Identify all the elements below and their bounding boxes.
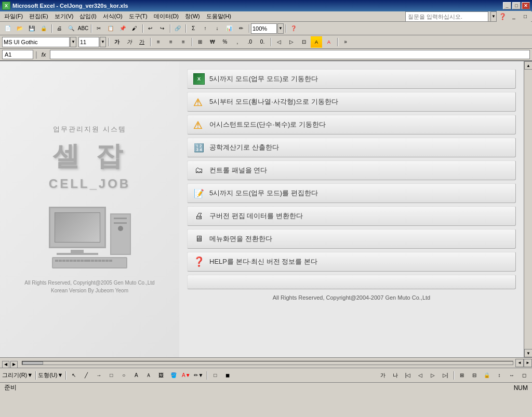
menu-btn-2[interactable]: 5시부터 모드(횡나열·사각형)으로 기동한다 — [187, 92, 516, 112]
draw-extra10[interactable]: ↕ — [494, 370, 505, 381]
font-size-dropdown[interactable]: ▼ — [100, 37, 106, 47]
zoom-dropdown[interactable]: ▼ — [277, 23, 284, 34]
draw-extra12[interactable]: ◻ — [518, 370, 530, 381]
draw-extra8[interactable]: ⊟ — [469, 370, 480, 381]
cut-btn[interactable]: ✂ — [93, 23, 104, 34]
menu-insert[interactable]: 삽입(I) — [76, 12, 99, 21]
menu-btn-5[interactable]: 🗂 컨트롤 패널을 연다 — [187, 160, 516, 180]
menu-help[interactable]: 도움말(H) — [203, 12, 234, 21]
font-color-btn[interactable]: A — [323, 36, 335, 48]
print-preview-btn[interactable]: 🔍 — [65, 23, 77, 34]
help-search-input[interactable] — [405, 11, 488, 22]
maximize-button[interactable]: □ — [512, 2, 521, 9]
draw-wordart-btn[interactable]: Ａ — [143, 370, 154, 381]
draw-extra11[interactable]: ↔ — [506, 370, 517, 381]
decrease-decimal-btn[interactable]: 0. — [257, 36, 268, 48]
draw-rect-btn[interactable]: □ — [105, 370, 117, 381]
menu-btn-1[interactable]: X 5시까지 모드(업무 모드)로 기동한다 — [187, 69, 516, 89]
currency-btn[interactable]: ₩ — [207, 36, 218, 48]
italic-btn[interactable]: 가 — [124, 36, 135, 48]
menu-btn-6[interactable]: 📝 5시까지 모드(업무 모드)를 편집한다 — [187, 183, 516, 203]
help-icon-btn[interactable]: ❓ — [497, 11, 508, 22]
font-name-input[interactable] — [2, 37, 70, 47]
draw-fill-btn[interactable]: 🪣 — [168, 370, 179, 381]
window-controls[interactable]: _ □ ✕ — [503, 2, 530, 9]
draw-text-btn[interactable]: A — [130, 370, 142, 381]
undo-btn[interactable]: ↩ — [144, 23, 156, 34]
draw-extra5[interactable]: ▷ — [427, 370, 438, 381]
underline-btn[interactable]: 가 — [136, 36, 148, 48]
more-btn[interactable]: » — [340, 36, 351, 48]
sheet-scroll-left[interactable]: ◀ — [2, 361, 9, 368]
increase-indent-btn[interactable]: ▷ — [286, 36, 297, 48]
menu-edit[interactable]: 편집(E) — [26, 12, 51, 21]
comma-btn[interactable]: , — [232, 36, 243, 48]
draw-select-btn[interactable]: ↖ — [68, 370, 79, 381]
scrollbar-thumb[interactable] — [22, 361, 43, 365]
menu-tools[interactable]: 도구(T) — [126, 12, 151, 21]
scroll-down-btn[interactable]: ▼ — [524, 349, 532, 357]
align-left-btn[interactable]: ≡ — [153, 36, 164, 48]
paste-btn[interactable]: 📌 — [117, 23, 128, 34]
toolbar-minimize[interactable]: _ — [508, 11, 520, 22]
font-name-dropdown[interactable]: ▼ — [70, 37, 76, 47]
formula-input[interactable] — [50, 50, 530, 59]
draw-extra7[interactable]: ⊞ — [456, 370, 468, 381]
merge-btn[interactable]: ⊞ — [194, 36, 206, 48]
fill-color-btn[interactable]: A — [311, 36, 322, 48]
draw-extra6[interactable]: ▷| — [440, 370, 451, 381]
sheet-scroll-right[interactable]: ▶ — [10, 361, 18, 368]
sort-asc-btn[interactable]: ↑ — [200, 23, 211, 34]
align-right-btn[interactable]: ≡ — [178, 36, 189, 48]
decrease-indent-btn[interactable]: ◁ — [273, 36, 285, 48]
scroll-track[interactable] — [524, 70, 532, 349]
menu-btn-10[interactable] — [187, 275, 516, 289]
border-btn[interactable]: ⊡ — [298, 36, 310, 48]
open-btn[interactable]: 📂 — [14, 23, 25, 34]
menu-view[interactable]: 보기(V) — [51, 12, 77, 21]
minimize-button[interactable]: _ — [503, 2, 511, 9]
draw-shadow-btn[interactable]: □ — [209, 370, 221, 381]
redo-btn[interactable]: ↪ — [156, 23, 168, 34]
bold-btn[interactable]: 가 — [111, 36, 123, 48]
draw-extra3[interactable]: |◁ — [402, 370, 414, 381]
scroll-up-btn[interactable]: ▲ — [524, 61, 532, 70]
draw-3d-btn[interactable]: ◼ — [222, 370, 233, 381]
percent-btn[interactable]: % — [219, 36, 231, 48]
menu-btn-9[interactable]: ❓ HELP를 본다·최신 버전 정보를 본다 — [187, 252, 516, 272]
horizontal-scrollbar[interactable] — [22, 361, 513, 365]
copy-btn[interactable]: 📋 — [105, 23, 116, 34]
menu-format[interactable]: 서식(O) — [100, 12, 126, 21]
draw-arrow-btn[interactable]: → — [93, 370, 104, 381]
draw-line-color-btn[interactable]: ✏▼ — [193, 370, 204, 381]
sort-desc-btn[interactable]: ↓ — [211, 23, 223, 34]
permission-btn[interactable]: 🔒 — [38, 23, 49, 34]
close-button[interactable]: ✕ — [522, 2, 530, 9]
print-btn[interactable]: 🖨 — [54, 23, 65, 34]
new-btn[interactable]: 📄 — [2, 23, 14, 34]
format-painter-btn[interactable]: 🖌 — [129, 23, 140, 34]
increase-decimal-btn[interactable]: .0 — [244, 36, 256, 48]
draw-clip-btn[interactable]: 🖼 — [155, 370, 167, 381]
scroll-right-btn[interactable]: ► — [524, 359, 532, 367]
spell-btn[interactable]: ABC — [77, 23, 89, 34]
draw-color-btn[interactable]: A▼ — [180, 370, 192, 381]
draw-line-btn[interactable]: ╱ — [81, 370, 92, 381]
draw-oval-btn[interactable]: ○ — [118, 370, 129, 381]
help-btn[interactable]: ❓ — [288, 23, 299, 34]
draw-extra2[interactable]: 나 — [390, 370, 401, 381]
chart-btn[interactable]: 📊 — [223, 23, 235, 34]
drawing-btn[interactable]: ✏ — [235, 23, 247, 34]
menu-file[interactable]: 파일(F) — [1, 12, 26, 21]
cell-reference-input[interactable] — [2, 50, 33, 59]
menu-window[interactable]: 창(W) — [182, 12, 203, 21]
font-size-input[interactable] — [78, 37, 99, 47]
toolbar-restore[interactable]: □ — [520, 11, 531, 22]
menu-btn-7[interactable]: 🖨 구버전 편집 데이터를 변환한다 — [187, 206, 516, 226]
help-search-dropdown[interactable]: ▼ — [490, 11, 497, 22]
draw-extra1[interactable]: 가 — [377, 370, 389, 381]
align-center-btn[interactable]: ≡ — [165, 36, 177, 48]
scroll-left-btn[interactable]: ◄ — [515, 359, 524, 367]
menu-data[interactable]: 데이터(D) — [151, 12, 182, 21]
draw-extra9[interactable]: 🔒 — [481, 370, 493, 381]
